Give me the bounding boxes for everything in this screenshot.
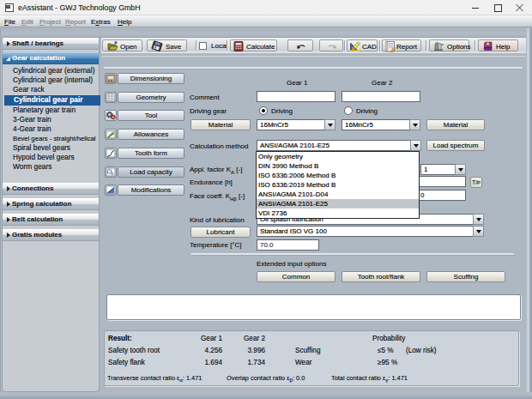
svg-text:x: x bbox=[112, 170, 114, 175]
